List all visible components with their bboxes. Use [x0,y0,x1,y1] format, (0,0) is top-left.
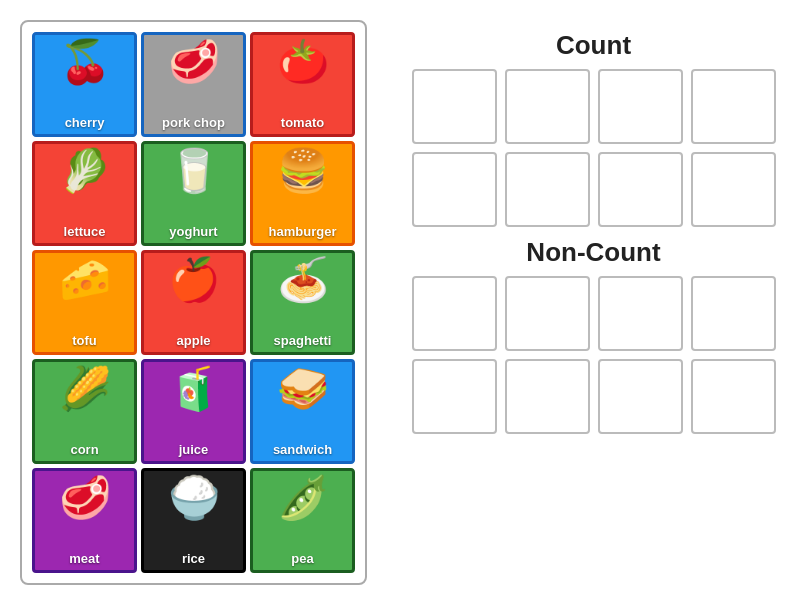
cherry-icon: 🍒 [59,41,111,83]
count-grid [412,69,776,227]
lettuce-label: lettuce [64,224,106,239]
hamburger-icon: 🍔 [277,150,329,192]
juice-icon: 🧃 [168,368,220,410]
count-cell-5[interactable] [505,152,590,227]
non-count-title: Non-Count [526,237,660,268]
non-count-cell-0[interactable] [412,276,497,351]
food-card-yoghurt[interactable]: 🥛yoghurt [141,141,246,246]
apple-label: apple [177,333,211,348]
juice-label: juice [179,442,209,457]
hamburger-label: hamburger [269,224,337,239]
non-count-cell-2[interactable] [598,276,683,351]
cherry-label: cherry [65,115,105,130]
tofu-label: tofu [72,333,97,348]
tomato-icon: 🍅 [277,41,329,83]
yoghurt-label: yoghurt [169,224,217,239]
spaghetti-label: spaghetti [274,333,332,348]
pea-icon: 🫛 [277,477,329,519]
apple-icon: 🍎 [168,259,220,301]
non-count-cell-1[interactable] [505,276,590,351]
food-card-pea[interactable]: 🫛pea [250,468,355,573]
rice-icon: 🍚 [168,477,220,519]
non-count-cell-7[interactable] [691,359,776,434]
non-count-cell-4[interactable] [412,359,497,434]
food-card-rice[interactable]: 🍚rice [141,468,246,573]
sort-panel: Count Non-Count [407,20,780,434]
food-card-apple[interactable]: 🍎apple [141,250,246,355]
pork-chop-label: pork chop [162,115,225,130]
food-grid: 🍒cherry🥩pork chop🍅tomato🥬lettuce🥛yoghurt… [20,20,367,585]
sandwich-label: sandwich [273,442,332,457]
yoghurt-icon: 🥛 [168,150,220,192]
meat-label: meat [69,551,99,566]
meat-icon: 🥩 [59,477,111,519]
count-title: Count [556,30,631,61]
lettuce-icon: 🥬 [59,150,111,192]
non-count-cell-3[interactable] [691,276,776,351]
food-card-cherry[interactable]: 🍒cherry [32,32,137,137]
sandwich-icon: 🥪 [277,368,329,410]
tomato-label: tomato [281,115,324,130]
food-card-spaghetti[interactable]: 🍝spaghetti [250,250,355,355]
tofu-icon: 🧀 [59,259,111,301]
non-count-grid [412,276,776,434]
spaghetti-icon: 🍝 [277,259,329,301]
count-section: Count [407,30,780,227]
count-cell-0[interactable] [412,69,497,144]
count-cell-6[interactable] [598,152,683,227]
count-cell-2[interactable] [598,69,683,144]
food-card-corn[interactable]: 🌽corn [32,359,137,464]
count-cell-3[interactable] [691,69,776,144]
food-card-juice[interactable]: 🧃juice [141,359,246,464]
food-card-sandwich[interactable]: 🥪sandwich [250,359,355,464]
food-card-meat[interactable]: 🥩meat [32,468,137,573]
food-card-tomato[interactable]: 🍅tomato [250,32,355,137]
pork-chop-icon: 🥩 [168,41,220,83]
rice-label: rice [182,551,205,566]
count-cell-4[interactable] [412,152,497,227]
count-cell-1[interactable] [505,69,590,144]
non-count-cell-5[interactable] [505,359,590,434]
food-card-lettuce[interactable]: 🥬lettuce [32,141,137,246]
non-count-cell-6[interactable] [598,359,683,434]
food-card-tofu[interactable]: 🧀tofu [32,250,137,355]
food-card-hamburger[interactable]: 🍔hamburger [250,141,355,246]
food-card-pork-chop[interactable]: 🥩pork chop [141,32,246,137]
count-cell-7[interactable] [691,152,776,227]
corn-icon: 🌽 [59,368,111,410]
pea-label: pea [291,551,313,566]
non-count-section: Non-Count [407,237,780,434]
corn-label: corn [70,442,98,457]
